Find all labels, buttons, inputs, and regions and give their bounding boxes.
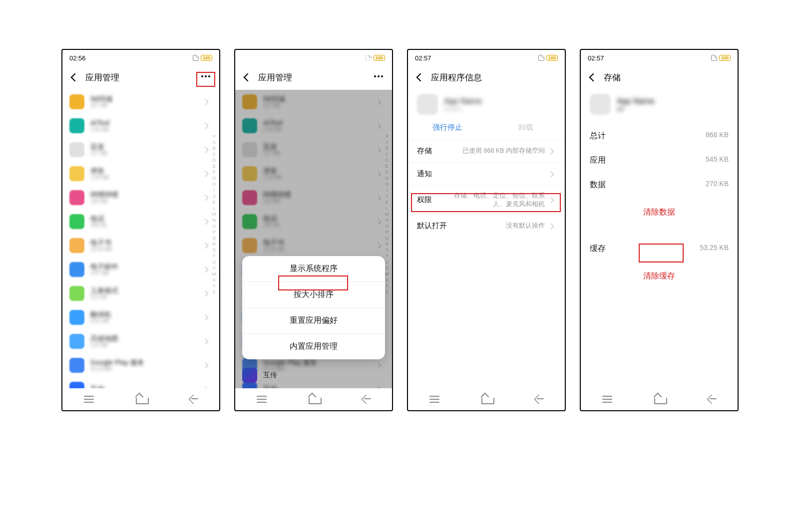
list-item[interactable]: AiTool2.84 MB bbox=[69, 114, 219, 138]
index-letter[interactable]: W bbox=[212, 271, 217, 276]
index-letter[interactable]: T bbox=[213, 254, 216, 259]
nav-back-icon[interactable] bbox=[706, 395, 718, 404]
index-letter[interactable]: A bbox=[213, 140, 216, 145]
status-bar: 02:56 100 bbox=[235, 50, 392, 63]
index-letter[interactable]: Y bbox=[213, 283, 216, 288]
nav-recents-icon[interactable] bbox=[255, 394, 268, 404]
nav-home-icon[interactable] bbox=[136, 394, 147, 404]
row-value: 没有默认操作 bbox=[506, 222, 545, 230]
index-letter[interactable]: V bbox=[213, 266, 216, 270]
clock: 02:57 bbox=[415, 54, 431, 62]
back-icon[interactable] bbox=[415, 73, 424, 82]
clear-cache-button[interactable]: 清除缓存 bbox=[581, 261, 738, 291]
default-open-row[interactable]: 默认打开 没有默认操作 bbox=[408, 214, 565, 237]
nav-recents-icon[interactable] bbox=[82, 394, 95, 404]
nav-recents-icon[interactable] bbox=[428, 394, 441, 404]
list-item[interactable]: 电子邮件3.47 MB bbox=[69, 258, 219, 281]
list-item[interactable]: 百度117 MB bbox=[69, 138, 219, 162]
index-letter[interactable]: M bbox=[212, 212, 216, 217]
more-button[interactable] bbox=[372, 72, 385, 81]
nav-back-icon[interactable] bbox=[533, 395, 545, 404]
back-icon[interactable] bbox=[69, 73, 78, 82]
sheet-item[interactable]: 显示系统程序 bbox=[242, 256, 385, 282]
index-letter[interactable]: H bbox=[213, 182, 216, 187]
index-rail[interactable]: #ABCDEFGHIJKLMNOPQRSTUVWXYZ bbox=[212, 134, 217, 294]
list-item[interactable]: 翻译机6.52 MB bbox=[69, 305, 219, 329]
index-letter[interactable]: S bbox=[213, 248, 216, 253]
nav-recents-icon[interactable] bbox=[601, 394, 614, 404]
row-value: 545 KB bbox=[706, 155, 729, 166]
index-letter[interactable]: # bbox=[213, 134, 215, 139]
app-text: Google Play 服务20.24 MB bbox=[90, 359, 202, 372]
title-bar: 应用管理 bbox=[235, 63, 392, 90]
sheet-item[interactable]: 内置应用管理 bbox=[242, 334, 385, 359]
force-stop-button[interactable]: 强行停止 bbox=[408, 123, 486, 132]
nav-home-icon[interactable] bbox=[654, 394, 665, 404]
back-icon[interactable] bbox=[588, 73, 597, 82]
index-letter[interactable]: I bbox=[213, 188, 215, 193]
chevron-right-icon bbox=[548, 196, 556, 204]
list-item[interactable]: 58同城107 MB bbox=[69, 90, 219, 114]
index-letter[interactable]: X bbox=[213, 277, 216, 282]
index-letter[interactable]: P bbox=[213, 230, 216, 235]
index-letter[interactable]: K bbox=[213, 200, 216, 205]
index-letter[interactable]: J bbox=[213, 194, 216, 199]
page-title: 存储 bbox=[604, 72, 621, 83]
nav-back-icon[interactable] bbox=[360, 395, 372, 404]
nav-bar bbox=[581, 388, 738, 410]
index-letter[interactable]: L bbox=[213, 206, 215, 211]
clear-data-button[interactable]: 清除数据 bbox=[581, 197, 738, 228]
nav-back-icon[interactable] bbox=[187, 395, 199, 404]
index-letter[interactable]: G bbox=[212, 176, 216, 181]
index-letter[interactable]: R bbox=[213, 242, 216, 247]
more-button[interactable] bbox=[199, 72, 212, 81]
index-letter[interactable]: F bbox=[213, 170, 216, 175]
storage-row[interactable]: 存储 已使用 868 KB 内部存储空间 bbox=[408, 139, 565, 162]
permissions-row[interactable]: 权限 存储、电话、定位、短信、联系人、麦克风和相机 bbox=[408, 185, 565, 214]
chevron-right-icon bbox=[202, 313, 210, 321]
index-letter[interactable]: Z bbox=[213, 289, 216, 294]
cache-size-row: 缓存 53.25 KB bbox=[581, 237, 738, 261]
app-icon bbox=[69, 190, 84, 205]
row-label: 数据 bbox=[590, 180, 606, 190]
app-icon bbox=[69, 382, 84, 388]
list-item[interactable]: 电子书19.43 MB bbox=[69, 234, 219, 258]
nav-home-icon[interactable] bbox=[309, 394, 320, 404]
row-value: 已使用 868 KB 内部存储空间 bbox=[462, 147, 545, 155]
sheet-item[interactable]: 按大小排序 bbox=[242, 282, 385, 308]
list-item[interactable]: 互传 bbox=[69, 377, 219, 388]
notification-row[interactable]: 通知 bbox=[408, 162, 565, 185]
list-item[interactable]: Google Play 服务20.24 MB bbox=[69, 353, 219, 377]
index-letter[interactable]: U bbox=[213, 260, 216, 265]
index-letter[interactable]: E bbox=[213, 164, 216, 169]
index-letter[interactable]: C bbox=[213, 152, 216, 157]
list-item[interactable]: 高德地图114 MB bbox=[69, 329, 219, 353]
app-header: App Name version bbox=[408, 90, 565, 118]
row-label: 权限 bbox=[417, 195, 432, 205]
sheet-item[interactable]: 重置应用偏好 bbox=[242, 308, 385, 334]
data-size-row: 数据 270 KB bbox=[581, 173, 738, 197]
list-item[interactable]: 儿童模式211 KB bbox=[69, 281, 219, 305]
chevron-right-icon bbox=[202, 218, 210, 226]
index-letter[interactable]: Q bbox=[212, 236, 216, 241]
app-text: AiTool2.84 MB bbox=[90, 119, 202, 132]
index-letter[interactable]: D bbox=[213, 158, 216, 163]
app-size-row: 应用 545 KB bbox=[581, 148, 738, 173]
status-bar: 02:57 100 bbox=[408, 50, 565, 63]
index-letter[interactable]: B bbox=[213, 146, 216, 151]
nav-bar bbox=[62, 388, 219, 410]
nav-bar bbox=[235, 388, 392, 410]
nav-home-icon[interactable] bbox=[481, 394, 492, 404]
clock: 02:56 bbox=[69, 54, 86, 62]
list-item[interactable]: 哔哩哔哩128 MB bbox=[69, 186, 219, 210]
index-letter[interactable]: O bbox=[212, 224, 216, 229]
back-icon[interactable] bbox=[242, 73, 251, 82]
row-value: 868 KB bbox=[706, 131, 729, 141]
chevron-right-icon bbox=[202, 170, 210, 178]
list-item[interactable]: 电话256 KB bbox=[69, 210, 219, 234]
app-icon bbox=[69, 214, 84, 229]
app-text: 电子书19.43 MB bbox=[90, 239, 202, 252]
chevron-right-icon bbox=[202, 98, 210, 106]
list-item[interactable]: 便签1.34 MB bbox=[69, 162, 219, 186]
index-letter[interactable]: N bbox=[213, 218, 216, 223]
